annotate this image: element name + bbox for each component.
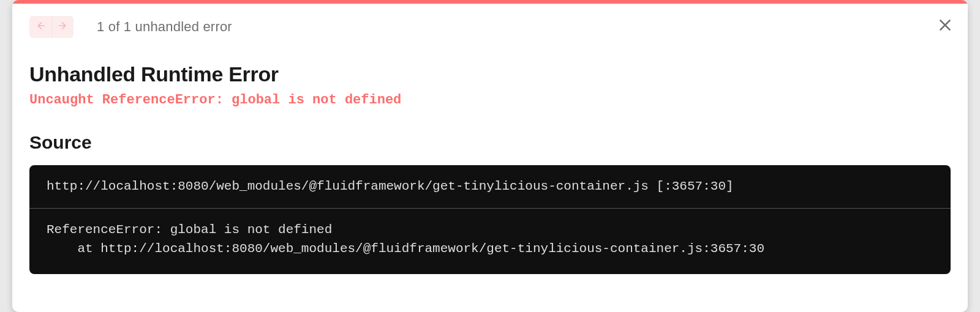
error-message: Uncaught ReferenceError: global is not d…	[29, 92, 951, 108]
arrow-right-icon	[58, 20, 69, 34]
error-nav-buttons	[29, 16, 74, 38]
close-button[interactable]	[936, 17, 954, 35]
arrow-left-icon	[35, 20, 46, 34]
error-counter: 1 of 1 unhandled error	[97, 19, 232, 35]
error-overlay-inner: 1 of 1 unhandled error Unhandled Runtime…	[12, 4, 968, 291]
error-overlay-card: 1 of 1 unhandled error Unhandled Runtime…	[12, 0, 968, 312]
source-code-block: http://localhost:8080/web_modules/@fluid…	[29, 165, 951, 274]
stack-trace: ReferenceError: global is not defined at…	[47, 221, 933, 258]
source-location: http://localhost:8080/web_modules/@fluid…	[47, 177, 933, 196]
close-icon	[937, 17, 953, 35]
prev-error-button[interactable]	[29, 16, 51, 38]
error-title: Unhandled Runtime Error	[29, 62, 951, 86]
error-topbar: 1 of 1 unhandled error	[29, 16, 951, 38]
source-heading: Source	[29, 132, 951, 153]
next-error-button[interactable]	[51, 16, 74, 38]
source-location-row: http://localhost:8080/web_modules/@fluid…	[29, 165, 951, 209]
stack-trace-row: ReferenceError: global is not defined at…	[29, 209, 951, 274]
